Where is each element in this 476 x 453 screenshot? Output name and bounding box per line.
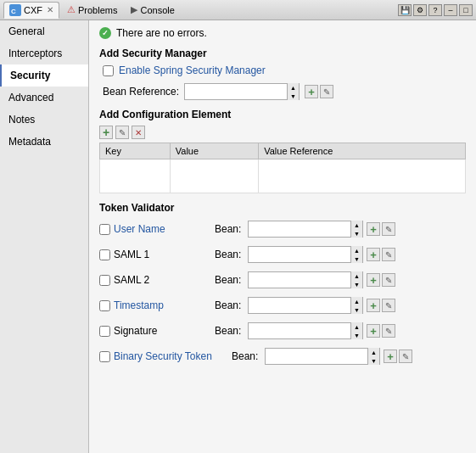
tab-bar: C CXF ✕ ⚠ Problems ▶ Console <box>3 2 398 19</box>
token-signature-label: Signature <box>114 325 211 337</box>
spinner-up[interactable]: ▲ <box>351 297 362 305</box>
token-saml2-checkbox[interactable] <box>99 275 110 286</box>
token-bst-checkbox[interactable] <box>99 351 110 362</box>
token-timestamp-edit-button[interactable]: ✎ <box>382 299 395 312</box>
token-row-binary-security-token: Binary Security Token Bean: ▲ ▼ + ✎ <box>99 346 466 366</box>
spinner-down[interactable]: ▼ <box>368 356 379 365</box>
status-ok-icon: ✓ <box>99 27 111 39</box>
maximize-button[interactable]: □ <box>459 4 473 16</box>
token-saml2-label: SAML 2 <box>114 274 211 286</box>
tab-cxf[interactable]: C CXF ✕ <box>3 2 59 19</box>
minimize-button[interactable]: – <box>444 4 457 16</box>
token-signature-add-button[interactable]: + <box>367 324 380 338</box>
col-value: Value <box>170 143 258 159</box>
token-timestamp-spinner[interactable]: ▲ ▼ <box>350 297 362 314</box>
token-username-add-button[interactable]: + <box>367 222 380 236</box>
spinner-down[interactable]: ▼ <box>351 254 362 263</box>
token-timestamp-add-button[interactable]: + <box>367 299 380 312</box>
config-element-section: Add Configuration Element + ✎ ✕ Key Valu… <box>99 109 466 193</box>
sidebar-item-general[interactable]: General <box>0 20 88 42</box>
token-saml2-spinner[interactable]: ▲ ▼ <box>350 271 362 288</box>
help-button[interactable]: ? <box>428 4 442 16</box>
token-bst-add-button[interactable]: + <box>384 350 397 363</box>
status-bar: ✓ There are no errors. <box>99 27 466 39</box>
token-saml2-actions: + ✎ <box>367 273 395 287</box>
sidebar-item-interceptors[interactable]: Interceptors <box>0 42 88 64</box>
spinner-up[interactable]: ▲ <box>351 246 362 254</box>
bean-ref-edit-button[interactable]: ✎ <box>320 85 333 98</box>
enable-spring-label: Enable Spring Security Manager <box>119 64 266 76</box>
token-saml2-input[interactable] <box>249 272 350 288</box>
spinner-up[interactable]: ▲ <box>368 348 379 356</box>
cxf-tab-icon: C <box>9 4 21 16</box>
sidebar-item-metadata[interactable]: Metadata <box>0 131 88 153</box>
token-saml1-bean-label: Bean: <box>215 249 244 260</box>
token-signature-input-wrapper: ▲ ▼ <box>248 322 363 339</box>
token-username-checkbox[interactable] <box>99 224 110 235</box>
token-bst-label: Binary Security Token <box>114 350 228 362</box>
token-saml1-add-button[interactable]: + <box>367 248 380 261</box>
bean-reference-spinner[interactable]: ▲ ▼ <box>287 83 299 100</box>
token-signature-edit-button[interactable]: ✎ <box>382 324 395 338</box>
spinner-down[interactable]: ▼ <box>351 280 362 288</box>
tab-console[interactable]: ▶ Console <box>125 2 180 18</box>
config-edit-button[interactable]: ✎ <box>115 126 129 139</box>
bean-reference-label: Bean Reference: <box>103 86 179 98</box>
token-validator-label: Token Validator <box>99 202 466 214</box>
content-area: ✓ There are no errors. Add Security Mana… <box>89 20 476 453</box>
token-username-input-wrapper: ▲ ▼ <box>248 221 363 238</box>
token-saml1-edit-button[interactable]: ✎ <box>382 248 395 261</box>
sidebar-item-notes[interactable]: Notes <box>0 109 88 131</box>
token-bst-edit-button[interactable]: ✎ <box>399 350 412 363</box>
token-signature-bean-label: Bean: <box>215 325 244 337</box>
token-row-saml1: SAML 1 Bean: ▲ ▼ + ✎ <box>99 244 466 265</box>
config-add-button[interactable]: + <box>99 126 113 139</box>
config-delete-button[interactable]: ✕ <box>132 126 145 139</box>
svg-text:C: C <box>11 8 16 15</box>
sidebar-item-advanced[interactable]: Advanced <box>0 87 88 109</box>
properties-button[interactable]: ⚙ <box>413 4 427 16</box>
token-saml1-checkbox[interactable] <box>99 249 110 260</box>
token-username-input[interactable] <box>249 221 350 237</box>
table-empty-row <box>100 159 466 193</box>
spinner-up[interactable]: ▲ <box>288 83 299 92</box>
spinner-down[interactable]: ▼ <box>351 229 362 238</box>
token-bst-input-wrapper: ▲ ▼ <box>265 348 380 365</box>
spinner-up[interactable]: ▲ <box>351 322 362 331</box>
token-timestamp-input[interactable] <box>249 298 350 313</box>
token-bst-input[interactable] <box>266 349 367 364</box>
token-saml2-edit-button[interactable]: ✎ <box>382 273 395 287</box>
spinner-up[interactable]: ▲ <box>351 271 362 280</box>
token-bst-actions: + ✎ <box>384 350 412 363</box>
col-key: Key <box>100 143 171 159</box>
token-bst-spinner[interactable]: ▲ ▼ <box>367 348 379 365</box>
tab-console-label: Console <box>140 5 174 15</box>
token-row-saml2: SAML 2 Bean: ▲ ▼ + ✎ <box>99 270 466 290</box>
token-timestamp-checkbox[interactable] <box>99 300 110 311</box>
window-actions: 💾 ⚙ ? – □ <box>398 4 473 16</box>
token-signature-checkbox[interactable] <box>99 326 110 337</box>
token-saml1-spinner[interactable]: ▲ ▼ <box>350 246 362 263</box>
spinner-down[interactable]: ▼ <box>351 305 362 314</box>
token-username-spinner[interactable]: ▲ ▼ <box>350 221 362 238</box>
spinner-up[interactable]: ▲ <box>351 221 362 229</box>
token-signature-actions: + ✎ <box>367 324 395 338</box>
console-icon: ▶ <box>131 4 137 15</box>
save-button[interactable]: 💾 <box>398 4 412 16</box>
token-username-edit-button[interactable]: ✎ <box>382 222 395 236</box>
enable-spring-row: Enable Spring Security Manager <box>103 64 466 76</box>
bean-ref-add-button[interactable]: + <box>305 85 318 98</box>
token-signature-input[interactable] <box>249 323 350 338</box>
tab-problems[interactable]: ⚠ Problems <box>61 2 123 18</box>
tab-problems-label: Problems <box>78 5 117 15</box>
bean-reference-input[interactable] <box>185 84 287 99</box>
config-table: Key Value Value Reference <box>99 143 466 193</box>
spinner-down[interactable]: ▼ <box>351 331 362 339</box>
token-signature-spinner[interactable]: ▲ ▼ <box>350 322 362 339</box>
tab-cxf-close[interactable]: ✕ <box>47 5 53 14</box>
sidebar-item-security[interactable]: Security <box>0 64 88 87</box>
token-saml1-input[interactable] <box>249 247 350 262</box>
spinner-down[interactable]: ▼ <box>288 92 299 100</box>
token-saml2-add-button[interactable]: + <box>367 273 380 287</box>
enable-spring-checkbox[interactable] <box>103 65 114 76</box>
